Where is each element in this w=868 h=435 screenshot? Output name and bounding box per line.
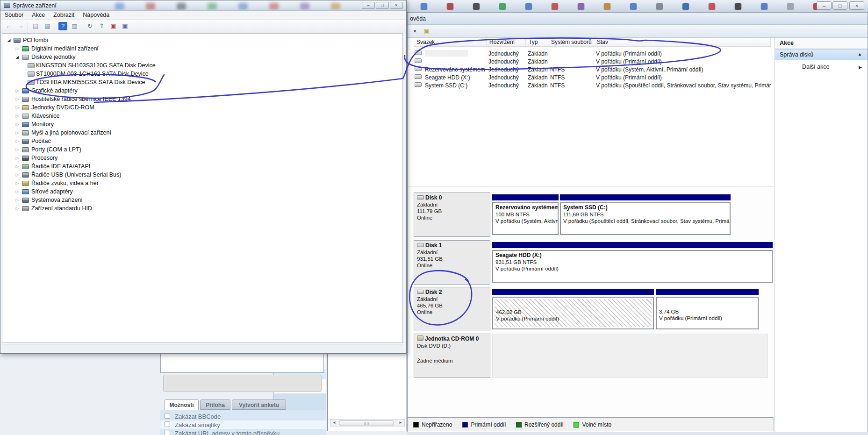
tree-item-kingston-sh103s3120g-sata-disk[interactable]: KINGSTON SH103S3120G SATA Disk Device: [2, 62, 402, 70]
collapse-icon[interactable]: ▲: [858, 52, 862, 57]
partition-box[interactable]: 3,74 GBV pořádku (Primární oddíl): [656, 297, 759, 329]
bookmark-icon[interactable]: [787, 3, 794, 10]
tree-item-grafick-adapt-ry[interactable]: ▷Grafické adaptéry: [2, 87, 402, 95]
bookmark-icon[interactable]: [421, 3, 427, 10]
details-icon[interactable]: ▥: [70, 22, 79, 30]
expander-icon[interactable]: ▷: [14, 114, 20, 118]
minimize-button[interactable]: –: [817, 1, 832, 10]
disk-info-2[interactable]: Disk 2Základní465,76 GBOnline: [414, 287, 490, 331]
close-button[interactable]: ×: [390, 2, 403, 9]
tree-item-jednotky-dvd-cd-rom[interactable]: ▷Jednotky DVD/CD-ROM: [2, 104, 402, 112]
bookmark-icon[interactable]: [630, 3, 637, 10]
device-red-icon[interactable]: ▣: [109, 22, 118, 30]
tree-item-za-zen-standardu-hid[interactable]: ▷Zařízení standardu HID: [2, 205, 402, 213]
tree-item-hostitelsk-adi-e-sb-rnice-ieee[interactable]: ▷Hostitelské řadiče sběrnice IEEE 1394: [2, 95, 402, 104]
disk-info-1[interactable]: Disk 1Základní931,51 GBOnline: [414, 240, 490, 285]
tree-item-diskov-jednotky[interactable]: ◢Diskové jednotky: [2, 53, 402, 62]
bookmark-icon[interactable]: [709, 3, 715, 10]
close-button[interactable]: ×: [849, 1, 864, 10]
cdrom-info[interactable]: Jednotka CD-ROM 0Disk DVD (D:)Žádné médi…: [414, 334, 490, 378]
tree-item-porty-com-a-lpt-[interactable]: ▷Porty (COM a LPT): [2, 146, 402, 154]
post-editor[interactable]: [160, 353, 324, 373]
disk-gear-icon[interactable]: ▣: [422, 27, 431, 36]
actions-item-dalsi-akce[interactable]: Další akce ▶: [775, 62, 868, 72]
scan-hardware-icon[interactable]: ▣: [121, 22, 129, 30]
option-row[interactable]: Zakázat smajlíky: [160, 421, 326, 429]
expander-icon[interactable]: ▷: [14, 88, 20, 93]
menu-napoveda-partial[interactable]: ověda: [410, 15, 426, 22]
preview-hscrollbar[interactable]: ◄ ►: [330, 419, 405, 427]
bookmark-icon[interactable]: [525, 3, 532, 10]
maximize-button[interactable]: □: [832, 1, 847, 10]
disk-info-0[interactable]: Disk 0Základní111,79 GBOnline: [414, 193, 490, 237]
bookmark-icon[interactable]: [735, 3, 741, 10]
expander-icon[interactable]: ▷: [14, 181, 20, 185]
column-header-typ[interactable]: Typ: [526, 38, 548, 47]
maximize-button[interactable]: □: [376, 2, 389, 9]
expander-icon[interactable]: ▷: [14, 206, 20, 211]
checkbox[interactable]: [165, 413, 170, 419]
bookmark-icon[interactable]: [552, 3, 558, 10]
tree-item-po-ta-[interactable]: ▷Počítač: [2, 137, 402, 146]
tree-item--adi-e-usb-universal-serial-bu[interactable]: ▷Řadiče USB (Universal Serial Bus): [2, 171, 402, 179]
bookmark-icon[interactable]: [682, 3, 689, 10]
expander-icon[interactable]: ▷: [14, 139, 20, 143]
menu-zobrazit[interactable]: Zobrazit: [49, 11, 79, 20]
bookmark-icon[interactable]: [761, 3, 768, 10]
minimize-button[interactable]: –: [362, 2, 375, 9]
tree-item--adi-e-zvuku-videa-a-her[interactable]: ▷Řadiče zvuku, videa a her: [2, 179, 402, 188]
tree-item--adi-e-ide-ata-atapi[interactable]: ▷Řadiče IDE ATA/ATAPI: [2, 163, 402, 171]
delete-icon[interactable]: ×: [410, 27, 419, 36]
bookmark-icon[interactable]: [447, 3, 453, 10]
tree-item-st1000dm-003-1ch162-sata-disk-[interactable]: ST1000DM 003-1CH162 SATA Disk Device: [2, 70, 402, 78]
column-header-rozvr-en-[interactable]: Rozvržení: [487, 38, 526, 47]
expander-icon[interactable]: ▷: [14, 164, 20, 169]
bookmark-icon[interactable]: [604, 3, 610, 10]
partition-box[interactable]: Seagate HDD (X:)931,51 GB NTFSV pořádku …: [492, 250, 773, 283]
tab-mo-nosti[interactable]: Možnosti: [165, 399, 199, 410]
update-driver-icon[interactable]: ⇑: [97, 22, 106, 30]
expander-icon[interactable]: ▷: [14, 105, 20, 110]
column-header-stav[interactable]: Stav: [594, 38, 771, 47]
expander-icon[interactable]: ▷: [14, 198, 20, 202]
expander-icon[interactable]: ▷: [14, 122, 20, 127]
tree-item-syst-mov-za-zen-[interactable]: ▷Systémová zařízení: [2, 196, 402, 205]
tree-item-toshiba-mk5055gsx-sata-disk-de[interactable]: TOSHIBA MK5055GSX SATA Disk Device: [2, 78, 402, 87]
tab-p-loha[interactable]: Příloha: [200, 399, 230, 410]
menu-akce[interactable]: Akce: [28, 11, 49, 20]
back-icon[interactable]: ←: [4, 22, 13, 30]
help-icon[interactable]: ?: [58, 22, 67, 30]
tree-item-my-i-a-jin-polohovac-za-zen-[interactable]: ▷Myši a jiná polohovací zařízení: [2, 129, 402, 137]
expander-icon[interactable]: ▷: [14, 46, 20, 51]
expander-icon[interactable]: ▷: [14, 172, 20, 177]
expander-icon[interactable]: ▷: [14, 130, 20, 135]
expander-icon[interactable]: ▷: [14, 97, 20, 101]
refresh-icon[interactable]: ↻: [86, 22, 94, 30]
expander-icon[interactable]: ▷: [14, 147, 20, 152]
column-header-syst-m-soubor-[interactable]: Systém souborů: [548, 38, 594, 47]
device-manager-titlebar[interactable]: Správce zařízení – □ ×: [0, 0, 406, 11]
partition-box[interactable]: Rezervováno systémem100 MB NTFSV pořádku…: [492, 202, 559, 235]
scroll-right-icon[interactable]: ►: [397, 420, 404, 426]
menu-nápověda[interactable]: Nápověda: [79, 11, 114, 20]
partition-box[interactable]: System SSD (C:)111,69 GB NTFSV pořádku (…: [560, 202, 731, 235]
expander-icon[interactable]: ▷: [14, 189, 20, 194]
bookmark-icon[interactable]: [578, 3, 584, 10]
option-row[interactable]: Zakázat URL adresy v tomto příspěvku: [160, 429, 326, 435]
bookmark-icon[interactable]: [499, 3, 506, 10]
tree-item-pchombi[interactable]: ◢PCHombi: [2, 36, 402, 45]
expander-icon[interactable]: ◢: [14, 55, 20, 59]
tree-item-monitory[interactable]: ▷Monitory: [2, 121, 402, 129]
export-list-icon[interactable]: ▦: [43, 22, 52, 30]
forward-icon[interactable]: →: [16, 22, 25, 30]
option-row[interactable]: Zakázat BBCode: [160, 412, 326, 421]
expander-icon[interactable]: ▷: [14, 156, 20, 160]
menu-soubor[interactable]: Soubor: [0, 11, 28, 20]
bookmark-icon[interactable]: [656, 3, 663, 10]
tree-item-s-ov-adapt-ry[interactable]: ▷Síťové adaptéry: [2, 188, 402, 196]
console-tree-icon[interactable]: ▤: [31, 22, 40, 30]
scrollbar-thumb[interactable]: [339, 420, 394, 426]
column-header-svazek[interactable]: Svazek: [414, 38, 487, 47]
expander-icon[interactable]: ◢: [6, 38, 12, 43]
tree-item-kl-vesnice[interactable]: ▷Klávesnice: [2, 112, 402, 121]
